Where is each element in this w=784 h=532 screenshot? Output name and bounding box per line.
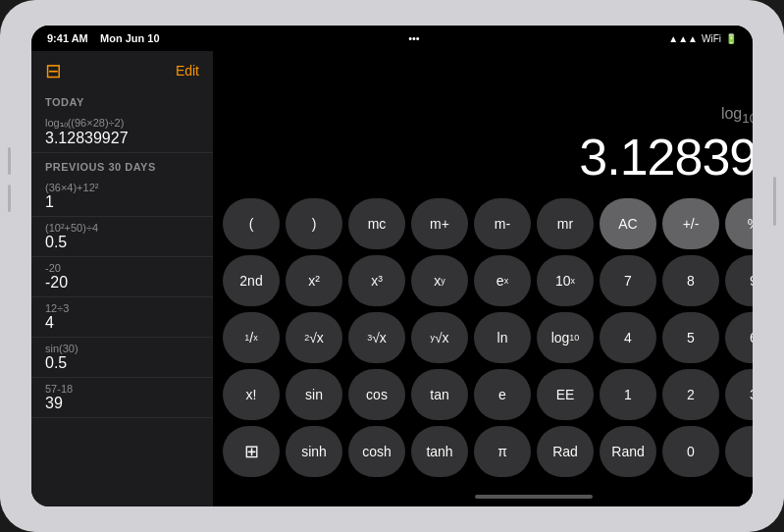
btn-m-minus[interactable]: m- xyxy=(474,198,531,249)
btn-decimal[interactable]: . xyxy=(725,426,753,477)
sidebar-toggle-icon[interactable]: ⊟ xyxy=(45,59,62,82)
ipad-screen: 9:41 AM Mon Jun 10 ••• ▲▲▲ WiFi 🔋 ⊟ Edit xyxy=(31,26,753,506)
btn-row-5: ⊞ sinh cosh tanh π Rad Rand 0 . = xyxy=(223,426,753,477)
btn-open-paren[interactable]: ( xyxy=(223,198,280,249)
prev-item-0[interactable]: (36×4)+12² 1 xyxy=(31,177,213,217)
btn-cosh[interactable]: cosh xyxy=(348,426,405,477)
power-button[interactable] xyxy=(773,177,776,226)
ipad-frame: 9:41 AM Mon Jun 10 ••• ▲▲▲ WiFi 🔋 ⊟ Edit xyxy=(0,0,784,532)
btn-sin[interactable]: sin xyxy=(286,369,342,420)
btn-8[interactable]: 8 xyxy=(662,255,719,306)
buttons-area: ( ) mc m+ m- mr AC +/- % ÷ 2nd x² xyxy=(213,194,753,487)
btn-plus-minus[interactable]: +/- xyxy=(662,198,719,249)
btn-ex[interactable]: ex xyxy=(474,255,531,306)
wifi-icon: WiFi xyxy=(702,33,721,44)
prev-result-5: 39 xyxy=(45,395,199,412)
prev-result-2: -20 xyxy=(45,274,199,292)
prev-item-1[interactable]: (10²+50)÷4 0.5 xyxy=(31,217,213,257)
prev-expr-4: sin(30) xyxy=(45,343,199,354)
btn-10x[interactable]: 10x xyxy=(537,255,594,306)
prev-result-0: 1 xyxy=(45,193,199,211)
btn-6[interactable]: 6 xyxy=(725,312,753,363)
btn-1[interactable]: 1 xyxy=(600,369,656,420)
btn-x3[interactable]: x³ xyxy=(348,255,405,306)
prev-item-4[interactable]: sin(30) 0.5 xyxy=(31,338,213,378)
status-center: ••• xyxy=(408,32,420,44)
sidebar: ⊟ Edit TODAY log₁₀((96×28)÷2) 3.12839927… xyxy=(31,51,213,506)
btn-sinh[interactable]: sinh xyxy=(286,426,342,477)
btn-close-paren[interactable]: ) xyxy=(286,198,342,249)
btn-sqrt3[interactable]: 3√x xyxy=(348,312,405,363)
time-label: 9:41 AM xyxy=(47,32,88,44)
btn-1x[interactable]: 1/x xyxy=(223,312,280,363)
btn-mr[interactable]: mr xyxy=(537,198,594,249)
btn-xy[interactable]: xy xyxy=(411,255,468,306)
prev-expr-2: -20 xyxy=(45,262,199,274)
status-dots: ••• xyxy=(408,32,420,44)
btn-ee[interactable]: EE xyxy=(537,369,594,420)
prev-result-1: 0.5 xyxy=(45,234,199,251)
home-indicator xyxy=(213,487,753,506)
prev-expr-5: 57-18 xyxy=(45,383,199,395)
signal-icon: ▲▲▲ xyxy=(668,33,698,44)
volume-up-button[interactable] xyxy=(8,147,11,175)
btn-cos[interactable]: cos xyxy=(348,369,405,420)
btn-ac[interactable]: AC xyxy=(600,198,656,249)
date-label: Mon Jun 10 xyxy=(100,32,160,44)
volume-down-button[interactable] xyxy=(8,185,11,212)
status-bar: 9:41 AM Mon Jun 10 ••• ▲▲▲ WiFi 🔋 xyxy=(31,26,753,51)
battery-icon: 🔋 xyxy=(725,33,737,44)
status-time: 9:41 AM Mon Jun 10 xyxy=(47,32,160,44)
sidebar-header: ⊟ Edit xyxy=(31,51,213,88)
prev-item-3[interactable]: 12÷3 4 xyxy=(31,297,213,338)
btn-row-1: ( ) mc m+ m- mr AC +/- % ÷ xyxy=(223,198,753,249)
prev-item-2[interactable]: -20 -20 xyxy=(31,257,213,297)
today-result-0: 3.12839927 xyxy=(45,130,199,147)
btn-sqrt2[interactable]: 2√x xyxy=(286,312,342,363)
calculator: log10((96×28)÷2) 3.12839927 ( ) mc m+ m-… xyxy=(213,51,753,506)
btn-percent[interactable]: % xyxy=(725,198,753,249)
prev-item-5[interactable]: 57-18 39 xyxy=(31,378,213,418)
btn-factorial[interactable]: x! xyxy=(223,369,280,420)
today-item-0[interactable]: log₁₀((96×28)÷2) 3.12839927 xyxy=(31,112,213,153)
today-label: TODAY xyxy=(31,88,213,112)
btn-0[interactable]: 0 xyxy=(662,426,719,477)
btn-4[interactable]: 4 xyxy=(600,312,656,363)
btn-ln[interactable]: ln xyxy=(474,312,531,363)
prev-result-3: 4 xyxy=(45,314,199,332)
btn-rand[interactable]: Rand xyxy=(600,426,656,477)
display-result: 3.12839927 xyxy=(579,128,753,186)
btn-calculator-icon[interactable]: ⊞ xyxy=(223,426,280,477)
prev-expr-3: 12÷3 xyxy=(45,302,199,314)
edit-button[interactable]: Edit xyxy=(176,63,199,79)
btn-3[interactable]: 3 xyxy=(725,369,753,420)
btn-2nd[interactable]: 2nd xyxy=(223,255,280,306)
btn-row-4: x! sin cos tan e EE 1 2 3 + xyxy=(223,369,753,420)
btn-pi[interactable]: π xyxy=(474,426,531,477)
display-expression: log10((96×28)÷2) xyxy=(721,105,753,126)
btn-2[interactable]: 2 xyxy=(662,369,719,420)
btn-tanh[interactable]: tanh xyxy=(411,426,468,477)
btn-m-plus[interactable]: m+ xyxy=(411,198,468,249)
btn-9[interactable]: 9 xyxy=(725,255,753,306)
btn-row-3: 1/x 2√x 3√x y√x ln log10 4 5 6 − xyxy=(223,312,753,363)
prev-expr-1: (10²+50)÷4 xyxy=(45,222,199,234)
main-content: ⊟ Edit TODAY log₁₀((96×28)÷2) 3.12839927… xyxy=(31,51,753,506)
btn-e[interactable]: e xyxy=(474,369,531,420)
btn-x2[interactable]: x² xyxy=(286,255,342,306)
display-area: log10((96×28)÷2) 3.12839927 xyxy=(213,51,753,194)
prev-expr-0: (36×4)+12² xyxy=(45,182,199,193)
today-expr-0: log₁₀((96×28)÷2) xyxy=(45,117,199,130)
sidebar-scroll[interactable]: TODAY log₁₀((96×28)÷2) 3.12839927 PREVIO… xyxy=(31,88,213,506)
btn-mc[interactable]: mc xyxy=(348,198,405,249)
btn-7[interactable]: 7 xyxy=(600,255,656,306)
btn-rad[interactable]: Rad xyxy=(537,426,594,477)
btn-tan[interactable]: tan xyxy=(411,369,468,420)
btn-5[interactable]: 5 xyxy=(662,312,719,363)
previous-label: PREVIOUS 30 DAYS xyxy=(31,153,213,177)
btn-row-2: 2nd x² x³ xy ex 10x 7 8 9 × xyxy=(223,255,753,306)
prev-result-4: 0.5 xyxy=(45,354,199,372)
btn-log10[interactable]: log10 xyxy=(537,312,594,363)
btn-sqrty[interactable]: y√x xyxy=(411,312,468,363)
home-bar xyxy=(475,495,593,499)
